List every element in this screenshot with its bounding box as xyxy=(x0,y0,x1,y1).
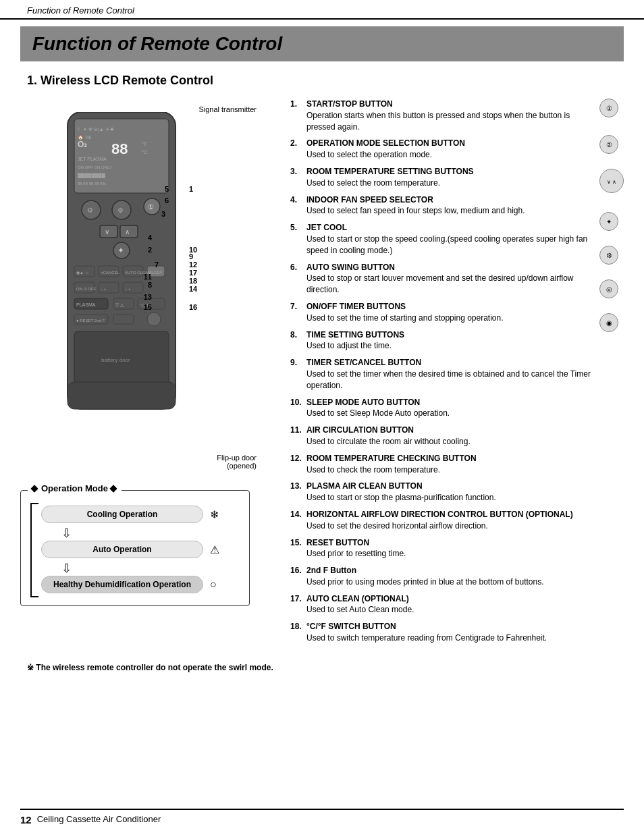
svg-text:☾ ✦ ❄ ※|▲ ☀ ✚: ☾ ✦ ❄ ※|▲ ☀ ✚ xyxy=(78,127,114,132)
callout-11: 11 xyxy=(144,273,152,281)
cooling-op-btn: Cooling Operation xyxy=(41,506,203,523)
btn-content: ROOM TEMPERATURE CHECKING BUTTONUsed to … xyxy=(306,453,477,476)
svg-text:⚙: ⚙ xyxy=(87,207,93,214)
button-list-item-5: 5.JET COOLUsed to start or stop the spee… xyxy=(290,222,594,256)
mode-item-dehumid: Healthy Dehumidification Operation ○ xyxy=(41,576,242,593)
callout-12: 12 xyxy=(189,261,197,269)
button-list-item-10: 10.SLEEP MODE AUTO BUTTONUsed to set Sle… xyxy=(290,397,594,420)
mode-bracket xyxy=(30,503,38,597)
btn-label: AUTO SWING BUTTON xyxy=(306,263,395,272)
footer-desc: Ceiling Cassette Air Conditioner xyxy=(37,814,161,826)
btn-desc: Used prior to using modes printed in blu… xyxy=(306,577,544,587)
svg-rect-45 xyxy=(113,315,134,324)
btn-desc: Used to set Auto Clean mode. xyxy=(306,605,414,614)
svg-text:×CANCEL: ×CANCEL xyxy=(101,271,120,275)
btn-content: 2nd F ButtonUsed prior to using modes pr… xyxy=(306,565,544,588)
header-italic-title: Function of Remote Control xyxy=(27,5,134,16)
btn-num: 15. xyxy=(290,537,304,560)
svg-text:–  +: – + xyxy=(125,287,131,291)
button-list-item-7: 7.ON/OFF TIMER BUTTONSUsed to set the ti… xyxy=(290,301,594,324)
callout-14: 14 xyxy=(189,285,197,293)
diamond-icon-right xyxy=(109,485,117,492)
auto-icon: ⚠ xyxy=(210,543,219,556)
button-list-wrap: 1.START/STOP BUTTONOperation starts when… xyxy=(290,99,594,649)
button-list-item-6: 6.AUTO SWING BUTTONUsed to stop or start… xyxy=(290,262,594,296)
button-list-item-2: 2.OPERATION MODE SELECTION BUTTONUsed to… xyxy=(290,138,594,161)
btn-label: TIME SETTING BUTTONS xyxy=(306,330,404,340)
svg-text:①: ① xyxy=(148,203,154,211)
btn-content: TIMER SET/CANCEL BUTTONUsed to set the t… xyxy=(306,357,594,391)
btn-content: TIME SETTING BUTTONSUsed to adjust the t… xyxy=(306,329,404,352)
btn-label: PLASMA AIR CLEAN BUTTON xyxy=(306,481,423,491)
svg-text:● RESET  2nd F: ● RESET 2nd F xyxy=(76,319,105,323)
btn-content: AIR CIRCULATION BUTTONUsed to circulate … xyxy=(306,425,471,448)
svg-text:▽  △: ▽ △ xyxy=(115,302,124,307)
button-list-item-1: 1.START/STOP BUTTONOperation starts when… xyxy=(290,99,594,132)
flip-up-door-label: Flip-up door(opened) xyxy=(217,454,257,470)
btn-content: JET COOLUsed to start or stop the speed … xyxy=(306,222,594,256)
btn-content: START/STOP BUTTONOperation starts when t… xyxy=(306,99,594,132)
btn-content: °C/°F SWITCH BUTTONUsed to switch temper… xyxy=(306,621,547,644)
callout-2: 2 xyxy=(148,246,152,254)
svg-text:88 88  88 88  8%: 88 88 88 88 8% xyxy=(78,182,107,186)
left-column: Signal transmitter ☾ ✦ ❄ ※|▲ ☀ ✚ 🏠 ½k O₂… xyxy=(20,99,277,649)
svg-rect-50 xyxy=(68,382,176,409)
btn-desc: Used to set the timer when the desired t… xyxy=(306,369,591,390)
btn-label: ROOM TEMPERATURE SETTING BUTTONS xyxy=(306,167,474,176)
btn-desc: Used to switch temperature reading from … xyxy=(306,633,547,643)
btn-num: 7. xyxy=(290,301,304,324)
cooling-icon: ❄ xyxy=(210,508,219,521)
icon-3: ∨ ∧ xyxy=(599,169,624,193)
remote-svg: ☾ ✦ ❄ ※|▲ ☀ ✚ 🏠 ½k O₂ 88 °F °C JET PLASM… xyxy=(54,112,189,445)
btn-label: HORIZONTAL AIRFLOW DIRECTION CONTROL BUT… xyxy=(306,510,573,519)
remote-control-svg: ☾ ✦ ❄ ※|▲ ☀ ✚ 🏠 ½k O₂ 88 °F °C JET PLASM… xyxy=(54,112,189,443)
btn-num: 10. xyxy=(290,397,304,420)
operation-mode-title: Operation Mode xyxy=(28,483,122,493)
svg-text:✦: ✦ xyxy=(117,246,124,255)
icon-5: ⚙ xyxy=(599,246,618,265)
icon-4: ✦ xyxy=(599,212,618,231)
btn-desc: Operation starts when this button is pre… xyxy=(306,111,570,132)
button-list-item-18: 18.°C/°F SWITCH BUTTONUsed to switch tem… xyxy=(290,621,594,644)
callout-16: 16 xyxy=(189,303,197,311)
svg-text:∨: ∨ xyxy=(105,228,109,236)
button-list-item-11: 11.AIR CIRCULATION BUTTONUsed to circula… xyxy=(290,425,594,448)
btn-content: AUTO SWING BUTTONUsed to stop or start l… xyxy=(306,262,594,296)
btn-num: 18. xyxy=(290,621,304,644)
btn-num: 17. xyxy=(290,593,304,616)
button-list-item-9: 9.TIMER SET/CANCEL BUTTONUsed to set the… xyxy=(290,357,594,391)
btn-desc: Used prior to resetting time. xyxy=(306,549,406,558)
btn-content: SLEEP MODE AUTO BUTTONUsed to set Sleep … xyxy=(306,397,450,420)
btn-label: START/STOP BUTTON xyxy=(306,99,393,109)
arrow-down-2: ⇩ xyxy=(61,561,242,576)
btn-content: RESET BUTTONUsed prior to resetting time… xyxy=(306,537,406,560)
svg-text:ON ⊙ OFF: ON ⊙ OFF xyxy=(76,287,97,291)
auto-op-btn: Auto Operation xyxy=(41,541,203,558)
page-wrapper: Function of Remote Control Function of R… xyxy=(0,0,644,839)
svg-text:⚙: ⚙ xyxy=(117,207,124,214)
btn-desc: Used to check the room temperature. xyxy=(306,465,440,475)
icon-7: ◉ xyxy=(599,313,618,332)
button-list-item-14: 14.HORIZONTAL AIRFLOW DIRECTION CONTROL … xyxy=(290,509,594,532)
callout-5: 5 xyxy=(165,185,169,193)
callout-9: 9 xyxy=(189,252,193,261)
svg-text:88: 88 xyxy=(111,140,128,157)
btn-num: 14. xyxy=(290,509,304,532)
svg-text:JET PLASMA: JET PLASMA xyxy=(78,157,107,161)
operation-mode-box: Operation Mode Cooling Operation ❄ ⇩ xyxy=(20,490,250,606)
btn-desc: Used to select the room temperature. xyxy=(306,178,440,188)
btn-num: 2. xyxy=(290,138,304,161)
btn-num: 5. xyxy=(290,222,304,256)
btn-label: °C/°F SWITCH BUTTON xyxy=(306,622,396,631)
btn-content: OPERATION MODE SELECTION BUTTONUsed to s… xyxy=(306,138,465,161)
callout-17: 17 xyxy=(189,269,197,277)
svg-point-46 xyxy=(147,313,161,326)
btn-num: 3. xyxy=(290,166,304,189)
button-list-item-3: 3.ROOM TEMPERATURE SETTING BUTTONSUsed t… xyxy=(290,166,594,189)
signal-transmitter-label: Signal transmitter xyxy=(198,105,257,113)
dehumid-op-btn: Healthy Dehumidification Operation xyxy=(41,576,203,593)
btn-content: ON/OFF TIMER BUTTONSUsed to set the time… xyxy=(306,301,504,324)
svg-text:ON  OFF  ON  ONLY: ON OFF ON ONLY xyxy=(78,165,112,169)
btn-desc: Used to select fan speed in four steps l… xyxy=(306,206,525,215)
section1-title: 1. Wireless LCD Remote Control xyxy=(27,74,617,88)
